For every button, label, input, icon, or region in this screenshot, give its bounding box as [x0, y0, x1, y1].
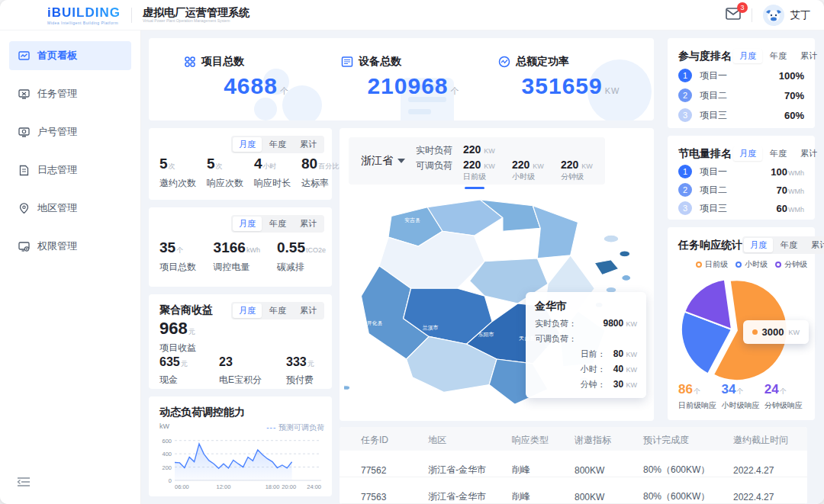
stat-invite-count: 5次 邀约次数 [159, 156, 196, 190]
svg-text:安吉县: 安吉县 [404, 217, 420, 223]
level-hourly[interactable]: 220 KW 小时级 [512, 159, 561, 182]
saving-rank-title: 节电量排名 [678, 147, 732, 161]
pie-tooltip: 3000 KW [743, 320, 809, 344]
task-table-card: 任务ID地区 响应类型谢邀指标 预计完成度邀约截止时间 状态 77562浙江省-… [340, 427, 807, 504]
province-select[interactable]: 浙江省 [349, 154, 416, 168]
sidebar-item-dashboard[interactable]: 首页看板 [9, 41, 131, 70]
rank-row-3: 3 项目三 60WMh [678, 201, 804, 215]
legend-day-ahead[interactable]: 日前级 [696, 259, 728, 270]
header-divider [131, 8, 132, 23]
stat-regulated-energy: 3166kWh 调控电量 [214, 239, 266, 274]
tab-cumulative[interactable]: 累计 [794, 146, 823, 161]
tab-month[interactable]: 月度 [733, 49, 762, 63]
svg-text:600: 600 [162, 438, 172, 445]
mail-button[interactable]: 3 [726, 8, 741, 23]
tab-cumulative[interactable]: 累计 [294, 303, 323, 318]
legend-ring-icon [775, 262, 781, 268]
svg-text:400: 400 [162, 451, 172, 457]
stat-response-duration: 4小时 响应时长 [254, 156, 291, 190]
legend-hourly[interactable]: 小时级 [735, 259, 768, 270]
header-divider-2 [752, 8, 752, 22]
tab-year[interactable]: 年度 [263, 303, 292, 318]
sidebar-item-tasks[interactable]: 任务管理 [9, 79, 131, 108]
sidebar-item-label: 地区管理 [37, 201, 77, 215]
app-title: 虚拟电厂运营管理系统 [143, 7, 249, 18]
svg-text:兰溪市: 兰溪市 [423, 325, 439, 331]
level-day-ahead[interactable]: 220 KW 日前级 [463, 159, 512, 182]
table-row[interactable]: 77562浙江省-金华市 削峰800KW 80%（600KW）2022.4.27… [340, 451, 807, 477]
legend-ring-icon [696, 262, 702, 268]
realtime-load-row: 实时负荷 220 KW [416, 143, 610, 157]
svg-text:12:00: 12:00 [217, 483, 231, 490]
stat-hourly-responses: 34个 小时级响应 [721, 382, 764, 411]
kpi-unit: 个 [280, 86, 289, 95]
tab-year[interactable]: 年度 [764, 49, 793, 63]
map-card: 浙江省 实时负荷 220 KW 可调负荷 220 KW 日前级 [340, 128, 654, 421]
user-name: 艾丁 [790, 8, 810, 22]
sidebar-collapse-button[interactable] [17, 477, 31, 490]
stat-minute-responses: 24个 分钟级响应 [764, 382, 807, 411]
kpi-unit: 个 [451, 86, 460, 95]
tab-month[interactable]: 月度 [233, 303, 262, 318]
sidebar-item-accounts[interactable]: 户号管理 [9, 117, 131, 146]
tab-year[interactable]: 年度 [764, 146, 793, 161]
kpi-projects: 项目总数 4688个 [184, 55, 329, 99]
svg-text:18:00: 18:00 [266, 483, 280, 490]
app-title-block: 虚拟电厂运营管理系统 Virtual Power Plant Operation… [143, 7, 249, 23]
kpi-label: 项目总数 [201, 55, 244, 69]
revenue-title: 聚合商收益 [159, 303, 213, 317]
map-tooltip: 金华市 实时负荷： 9800 KW 可调负荷： 日前： 80 KW 小时： 40… [526, 292, 646, 398]
kpi-value: 210968 [367, 73, 448, 98]
period-tabs: 月度 年度 累计 [732, 47, 824, 65]
app-window: iBUILDING Midea Intelligent Building Pla… [0, 0, 824, 504]
collapse-menu-icon [17, 477, 31, 487]
saving-rank-card: 节电量排名 月度 年度 累计 1 项目一 100WMh 2 项目二 70WMh … [668, 136, 815, 220]
tab-month[interactable]: 月度 [233, 137, 262, 152]
legend-minute[interactable]: 分钟级 [775, 259, 807, 270]
period-tabs: 月度 年度 累计 [732, 145, 824, 162]
tooltip-dot-icon [752, 329, 758, 335]
load-chart-card: 动态负荷调控能力 --- 预测可调负荷 kW 020040060006:0012… [149, 396, 332, 496]
kpi-unit: KW [605, 86, 620, 95]
logo-text: iBUILDING [47, 5, 121, 21]
level-minute[interactable]: 220 KW 分钟级 [561, 159, 610, 182]
app-subtitle: Virtual Power Plant Operation Management… [143, 18, 249, 23]
svg-text:0: 0 [169, 477, 172, 484]
tab-cumulative[interactable]: 累计 [294, 217, 323, 231]
task-monitor-icon [18, 88, 30, 100]
kpi-label: 设备总数 [359, 55, 401, 69]
tab-year[interactable]: 年度 [263, 217, 292, 231]
tab-cumulative[interactable]: 累计 [805, 238, 824, 252]
location-pin-icon [18, 203, 30, 214]
devices-icon [341, 56, 353, 68]
tab-month[interactable]: 月度 [233, 217, 262, 231]
tab-month[interactable]: 月度 [744, 238, 773, 252]
map-header: 浙江省 实时负荷 220 KW 可调负荷 220 KW 日前级 [349, 137, 605, 185]
permission-monitor-icon [18, 241, 30, 252]
user-menu[interactable]: 艾丁 [763, 5, 810, 26]
table-row[interactable]: 77563浙江省-金华市 削峰800KW 80%（600KW）2022.4.27… [340, 477, 807, 504]
tab-cumulative[interactable]: 累计 [794, 49, 823, 63]
svg-text:开化县: 开化县 [367, 320, 383, 326]
stat-carbon-reduction: 0.55tCO2e 碳减排 [277, 239, 326, 274]
sidebar-item-regions[interactable]: 地区管理 [9, 194, 131, 223]
top-header: iBUILDING Midea Intelligent Building Pla… [0, 0, 824, 30]
kpi-summary-card: 项目总数 4688个 设备总数 210968个 [149, 38, 654, 120]
tab-month[interactable]: 月度 [733, 146, 762, 161]
participation-rank-title: 参与度排名 [678, 50, 732, 63]
stat-points: 23 电E宝积分 [219, 355, 275, 387]
energy-stats-card: 月度 年度 累计 35个 项目总数 3166kWh 调控电量 0.55tCO2e… [149, 207, 332, 287]
sidebar-item-permissions[interactable]: 权限管理 [9, 232, 131, 261]
tab-year[interactable]: 年度 [263, 137, 292, 152]
sidebar-item-logs[interactable]: 日志管理 [9, 156, 131, 185]
tab-year[interactable]: 年度 [774, 238, 803, 252]
rank-row-1: 1 项目一 100% [678, 69, 804, 82]
kpi-label: 总额定功率 [516, 55, 569, 69]
sidebar-item-label: 权限管理 [37, 239, 77, 253]
mail-badge: 3 [737, 2, 748, 13]
load-chart-title: 动态负荷调控能力 [159, 406, 245, 419]
stat-prepaid: 333元 预付费 [286, 355, 314, 387]
tab-cumulative[interactable]: 累计 [294, 137, 323, 152]
svg-text:东阳市: 东阳市 [478, 332, 494, 338]
sidebar-item-label: 日志管理 [37, 163, 77, 177]
